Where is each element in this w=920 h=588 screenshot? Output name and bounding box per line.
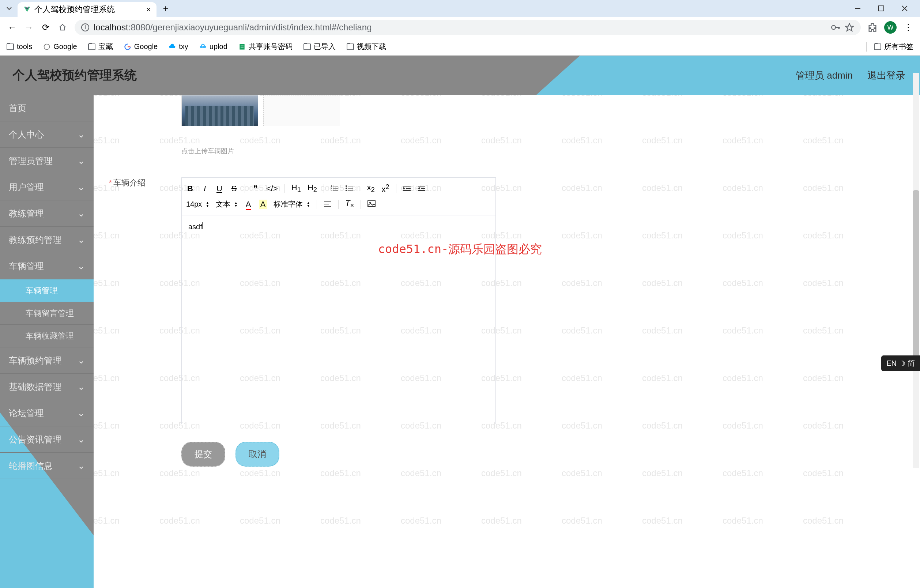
home-button[interactable] (55, 20, 70, 35)
chevron-down-icon: ⌄ (78, 182, 85, 192)
bookmark-google-g[interactable]: Google (124, 42, 158, 51)
chevron-down-icon: ⌄ (78, 261, 85, 271)
sidebar-item-forum[interactable]: 论坛管理⌄ (0, 400, 94, 426)
sidebar-item-vehicle-favorites[interactable]: 车辆收藏管理 (0, 325, 94, 347)
tab-close-icon[interactable]: × (146, 5, 151, 14)
superscript-button[interactable]: x2 (381, 183, 389, 194)
sidebar-item-personal[interactable]: 个人中心⌄ (0, 121, 94, 148)
site-info-icon[interactable]: i (81, 23, 89, 31)
sidebar-item-admin-mgmt[interactable]: 管理员管理⌄ (0, 148, 94, 174)
tab-title: 个人驾校预约管理系统 (34, 4, 143, 15)
font-size-select[interactable]: 14px▲▼ (186, 200, 209, 209)
url-text: localhost:8080/gerenjiaxiaoyuyueguanli/a… (94, 22, 826, 32)
insert-image-button[interactable] (368, 200, 376, 209)
all-bookmarks[interactable]: 所有书签 (874, 42, 914, 52)
text-style-select[interactable]: 文本▲▼ (216, 199, 238, 209)
bookmark-tools[interactable]: tools (6, 42, 32, 51)
sidebar-item-coach-mgmt[interactable]: 教练管理⌄ (0, 200, 94, 227)
bookmark-shared-passwords[interactable]: 共享账号密码 (238, 42, 293, 52)
vehicle-image-thumb[interactable] (181, 95, 258, 126)
quote-button[interactable]: ❞ (251, 184, 260, 193)
browser-toolbar: ← → ⟳ i localhost:8080/gerenjiaxiaoyuyue… (0, 17, 920, 38)
cloud-icon (168, 43, 176, 50)
intro-label: *车辆介绍 (105, 175, 149, 188)
underline-button[interactable]: U (215, 184, 224, 193)
svg-point-4 (831, 26, 836, 30)
sidebar-item-announcements[interactable]: 公告资讯管理⌄ (0, 426, 94, 453)
sidebar-item-vehicle-comments[interactable]: 车辆留言管理 (0, 302, 94, 325)
upload-slot[interactable] (263, 95, 340, 126)
sidebar-item-basic-data[interactable]: 基础数据管理⌄ (0, 374, 94, 400)
form-actions: 提交 取消 (105, 442, 909, 467)
address-bar[interactable]: i localhost:8080/gerenjiaxiaoyuyueguanli… (75, 20, 861, 35)
ordered-list-button[interactable]: 123 (330, 184, 339, 193)
h1-button[interactable]: H1 (292, 183, 301, 194)
folder-icon (303, 44, 311, 50)
reload-button[interactable]: ⟳ (38, 20, 53, 35)
align-button[interactable] (324, 200, 332, 209)
svg-point-17 (345, 188, 347, 189)
ime-indicator[interactable]: EN ☽ 简 (881, 355, 920, 371)
bookmark-imported[interactable]: 已导入 (303, 42, 336, 52)
maximize-button[interactable] (877, 4, 886, 13)
moon-icon: ☽ (899, 359, 905, 368)
admin-label[interactable]: 管理员 admin (796, 69, 853, 82)
font-family-select[interactable]: 标准字体▲▼ (274, 199, 310, 209)
logout-link[interactable]: 退出登录 (867, 69, 905, 82)
chevron-down-icon: ⌄ (78, 408, 85, 418)
svg-rect-1 (879, 6, 884, 11)
vue-icon (23, 6, 31, 13)
subscript-button[interactable]: x2 (367, 183, 375, 194)
bookmark-treasure[interactable]: 宝藏 (88, 42, 113, 52)
sidebar-item-vehicle-booking[interactable]: 车辆预约管理⌄ (0, 347, 94, 374)
svg-point-19 (345, 190, 347, 191)
unordered-list-button[interactable] (345, 184, 353, 193)
sidebar-item-home[interactable]: 首页 (0, 95, 94, 121)
clear-format-button[interactable]: T× (345, 199, 354, 209)
text-color-button[interactable]: A (244, 200, 252, 209)
sidebar-item-user-mgmt[interactable]: 用户管理⌄ (0, 174, 94, 200)
chevron-down-icon: ⌄ (78, 235, 85, 245)
app-body: 首页 个人中心⌄ 管理员管理⌄ 用户管理⌄ 教练管理⌄ 教练预约管理⌄ 车辆管理… (0, 95, 920, 588)
scrollbar-thumb[interactable] (913, 190, 919, 366)
bookmark-google[interactable]: Google (43, 42, 77, 51)
new-tab-button[interactable]: + (159, 2, 172, 15)
h2-button[interactable]: H2 (308, 183, 317, 194)
forward-button[interactable]: → (21, 20, 37, 35)
scrollbar[interactable] (913, 73, 919, 468)
chevron-down-icon: ⌄ (78, 382, 85, 392)
browser-menu-icon[interactable]: ⋮ (901, 22, 916, 32)
italic-button[interactable]: I (201, 184, 209, 193)
star-bookmark-icon[interactable] (845, 23, 854, 32)
password-key-icon[interactable] (831, 23, 840, 32)
sidebar-item-coach-booking[interactable]: 教练预约管理⌄ (0, 227, 94, 253)
svg-text:3: 3 (331, 190, 332, 191)
chevron-down-icon: ⌄ (78, 209, 85, 219)
sheet-icon (238, 43, 246, 50)
tab-list-dropdown[interactable] (4, 3, 15, 14)
svg-rect-7 (241, 45, 243, 46)
sidebar-item-vehicle-mgmt-sub[interactable]: 车辆管理 (0, 279, 94, 302)
submit-button[interactable]: 提交 (181, 442, 225, 467)
close-window-button[interactable] (900, 4, 909, 13)
browser-tab-active[interactable]: 个人驾校预约管理系统 × (18, 2, 157, 17)
watermark-warning: code51.cn-源码乐园盗图必究 (378, 241, 542, 258)
extensions-icon[interactable] (867, 22, 878, 32)
sidebar-item-carousel[interactable]: 轮播图信息⌄ (0, 453, 94, 479)
sidebar-item-vehicle-mgmt[interactable]: 车辆管理⌄ (0, 253, 94, 279)
strike-button[interactable]: S (230, 184, 238, 193)
bookmark-upload[interactable]: uplod (199, 42, 227, 51)
google-g-icon (124, 43, 131, 50)
bookmark-txy[interactable]: txy (168, 42, 188, 51)
minimize-button[interactable] (854, 4, 862, 13)
bookmark-video-download[interactable]: 视频下载 (347, 42, 386, 52)
cancel-button[interactable]: 取消 (235, 442, 279, 467)
code-button[interactable]: </> (266, 184, 278, 193)
back-button[interactable]: ← (4, 20, 20, 35)
indent-decrease-button[interactable] (403, 184, 411, 193)
profile-avatar[interactable]: W (884, 21, 897, 34)
indent-increase-button[interactable] (418, 184, 426, 193)
bg-color-button[interactable]: A (259, 200, 267, 209)
bold-button[interactable]: B (186, 184, 194, 193)
svg-point-5 (44, 44, 50, 49)
